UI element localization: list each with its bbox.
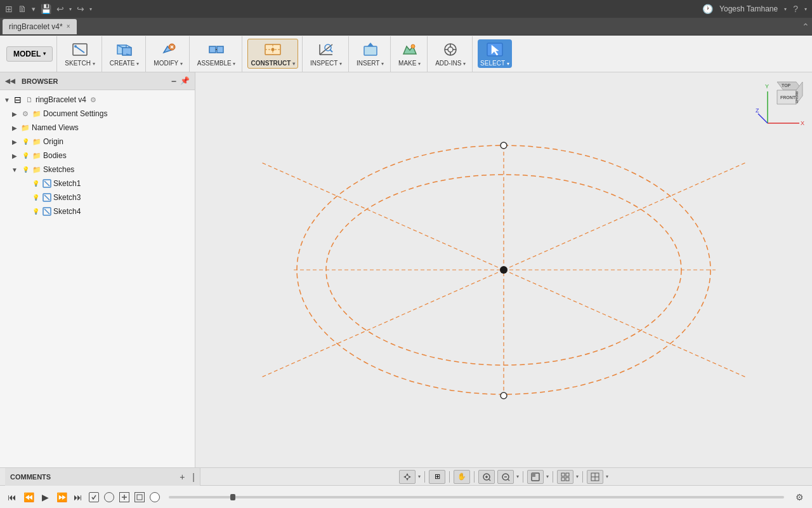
active-tab[interactable]: ringBracelet v4* ×: [3, 19, 77, 34]
timeline-checkbox-1[interactable]: [89, 492, 99, 502]
timeline-thumb[interactable]: [230, 494, 235, 500]
display-dropdown[interactable]: ▾: [546, 474, 549, 479]
svg-marker-66: [403, 476, 406, 478]
user-name[interactable]: Yogesh Tamhane: [719, 4, 778, 13]
sketch-svg: [70, 41, 89, 58]
vp-sep-3: [474, 471, 475, 483]
svg-line-71: [489, 479, 490, 481]
addins-group: ADD-INS ▾: [429, 36, 473, 72]
dropdown-arrow[interactable]: ▾: [32, 5, 36, 13]
timeline-circle-1[interactable]: [104, 492, 114, 502]
undo-dropdown[interactable]: ▾: [69, 6, 72, 12]
rewind-step-button[interactable]: ⏪: [22, 490, 36, 504]
construct-svg: [263, 41, 282, 58]
select-button[interactable]: SELECT ▾: [478, 39, 512, 68]
browser-expand-icon[interactable]: ◀◀: [5, 77, 15, 84]
create-group: CREATE ▾: [103, 36, 147, 72]
help-icon[interactable]: ?: [793, 4, 798, 14]
root-settings-icon[interactable]: ⚙: [90, 96, 96, 104]
comments-panel: COMMENTS + |: [5, 468, 200, 486]
sketch4-label: Sketch4: [53, 207, 81, 216]
snap-move-button[interactable]: [399, 470, 416, 484]
tree-sketch3[interactable]: 💡 Sketch3: [0, 190, 195, 204]
undo-icon[interactable]: ↩: [56, 4, 64, 14]
tab-close-icon[interactable]: ×: [67, 23, 70, 30]
timeline[interactable]: [169, 496, 784, 498]
doc-settings-label: Document Settings: [43, 109, 107, 118]
modify-button[interactable]: MODIFY ▾: [151, 39, 185, 68]
vp-sep-5: [553, 471, 553, 483]
forward-end-button[interactable]: ⏭: [71, 490, 85, 504]
viewport-layout-icon: [591, 472, 599, 481]
model-button[interactable]: MODEL ▾: [6, 46, 53, 62]
title-bar: ⊞ 🗎 ▾ 💾 ↩ ▾ ↪ ▾ 🕐 Yogesh Tamhane ▾ ? ▾: [0, 0, 812, 18]
vp-sep-2: [449, 471, 450, 483]
timeline-frame-button[interactable]: [134, 492, 145, 502]
grid-button[interactable]: [557, 470, 573, 484]
tree-origin[interactable]: ▶ 💡 📁 Origin: [0, 135, 195, 149]
comments-add-icon[interactable]: +: [180, 472, 185, 482]
zoom-dropdown[interactable]: ▾: [516, 474, 519, 479]
settings-button[interactable]: ⚙: [792, 490, 807, 505]
status-bar: COMMENTS + | ▾ ⊞ ✋: [0, 467, 812, 485]
main-area: ◀◀ BROWSER − 📌 ▼ ⊟ 🗋 ringBracelet v4 ⚙ ▶…: [0, 72, 812, 467]
zoom-in-button[interactable]: [478, 470, 495, 484]
sketch4-light-icon: 💡: [30, 206, 41, 217]
viewport-layout-dropdown[interactable]: ▾: [606, 474, 608, 479]
redo-dropdown[interactable]: ▾: [89, 6, 92, 12]
svg-rect-79: [561, 478, 565, 481]
document-icon[interactable]: 🗎: [18, 4, 27, 14]
tree-sketch1[interactable]: 💡 Sketch1: [0, 177, 195, 190]
tree-bodies[interactable]: ▶ 💡 📁 Bodies: [0, 149, 195, 163]
grid-snap-button[interactable]: ⊞: [429, 470, 445, 484]
checkbox-icon: [91, 494, 97, 500]
grid-icon[interactable]: ⊞: [5, 4, 13, 14]
assemble-button[interactable]: ASSEMBLE ▾: [195, 39, 239, 68]
user-dropdown[interactable]: ▾: [784, 6, 787, 12]
help-dropdown[interactable]: ▾: [804, 6, 807, 12]
browser-collapse-icon[interactable]: −: [171, 76, 176, 86]
rewind-start-button[interactable]: ⏮: [5, 490, 19, 504]
make-button[interactable]: MAKE ▾: [396, 39, 423, 68]
tab-expand-icon[interactable]: ⌃: [802, 22, 809, 32]
viewport-layout-button[interactable]: [587, 470, 603, 484]
snap-dropdown[interactable]: ▾: [418, 474, 421, 479]
nav-cube[interactable]: X Y Z TOP FRONT RIGHT: [755, 79, 806, 130]
play-button[interactable]: ▶: [38, 490, 52, 504]
timeline-circle-2[interactable]: [150, 492, 160, 502]
timeline-square-1[interactable]: [119, 492, 129, 502]
svg-text:Y: Y: [765, 83, 769, 90]
tree-sketches[interactable]: ▼ 💡 📁 Sketches: [0, 163, 195, 177]
origin-label: Origin: [43, 137, 63, 146]
vp-sep-6: [582, 471, 583, 483]
sketch3-sketch-icon: [42, 192, 52, 203]
display-mode-button[interactable]: [527, 470, 544, 484]
root-expand-icon: ⊟: [13, 95, 23, 105]
svg-marker-64: [406, 473, 409, 476]
zoom-out-button[interactable]: [497, 470, 514, 484]
insert-button[interactable]: INSERT ▾: [354, 39, 386, 68]
bodies-folder-icon: 📁: [32, 150, 42, 161]
addins-button[interactable]: ADD-INS ▾: [433, 39, 468, 68]
svg-text:RIGHT: RIGHT: [795, 91, 799, 104]
inspect-button[interactable]: INSPECT ▾: [308, 39, 344, 68]
pan-button[interactable]: ✋: [454, 470, 470, 484]
save-icon[interactable]: 💾: [41, 4, 51, 14]
select-svg: [485, 41, 504, 58]
playback-bar: ⏮ ⏪ ▶ ⏩ ⏭ ⚙: [0, 485, 812, 508]
tree-sketch4[interactable]: 💡 Sketch4: [0, 204, 195, 218]
redo-icon[interactable]: ↪: [77, 4, 84, 14]
tree-document-settings[interactable]: ▶ ⚙ 📁 Document Settings: [0, 107, 195, 121]
create-button[interactable]: CREATE ▾: [107, 39, 142, 68]
tree-root[interactable]: ▼ ⊟ 🗋 ringBracelet v4 ⚙: [0, 93, 195, 107]
grid-dropdown[interactable]: ▾: [576, 474, 579, 479]
construct-button[interactable]: CONSTRUCT ▾: [247, 39, 298, 69]
forward-step-button[interactable]: ⏩: [55, 490, 69, 504]
svg-rect-77: [561, 473, 565, 476]
viewport[interactable]: X Y Z TOP FRONT RIGHT: [195, 72, 812, 467]
sketch-button[interactable]: SKETCH ▾: [62, 39, 97, 68]
grid-icon: [561, 472, 570, 481]
browser-pin-icon[interactable]: 📌: [180, 76, 190, 86]
tree-named-views[interactable]: ▶ 📁 Named Views: [0, 121, 195, 135]
clock-icon[interactable]: 🕐: [702, 4, 713, 14]
